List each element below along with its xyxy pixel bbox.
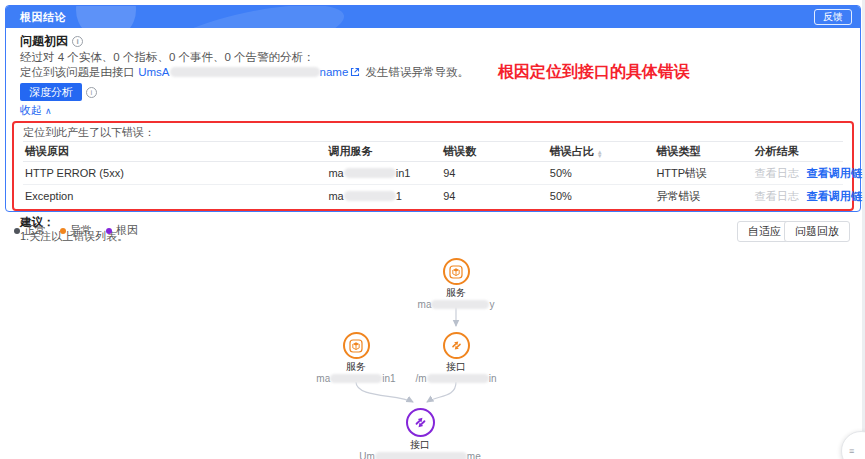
analysis-summary: 经过对 4 个实体、0 个指标、0 个事件、0 个告警的分析： xyxy=(20,51,846,64)
panel-title: 根因结论 xyxy=(20,10,66,25)
info-icon: i xyxy=(86,87,97,98)
cell-service: ma1 xyxy=(326,185,441,208)
view-log-link[interactable]: 查看日志 xyxy=(755,190,799,202)
suggestion-title: 建议： xyxy=(20,215,846,229)
page: 根因结论 反馈 问题初因i 经过对 4 个实体、0 个指标、0 个事件、0 个告… xyxy=(0,0,865,459)
cell-reason: HTTP ERROR (5xx) xyxy=(23,162,326,185)
panel-body: 问题初因i 经过对 4 个实体、0 个指标、0 个事件、0 个告警的分析： 定位… xyxy=(6,28,860,243)
legend-item-normal: 正常 xyxy=(14,223,46,238)
error-table: 错误原因 调用服务 错误数 错误占比▲▼ 错误类型 分析结果 HTTP ERRO… xyxy=(23,141,843,208)
cell-reason: Exception xyxy=(23,185,326,208)
interface-link-suffix: name xyxy=(320,66,349,78)
node-type-label: 服务 xyxy=(346,361,366,372)
col-error-ratio: 错误占比▲▼ xyxy=(548,142,655,162)
deep-analysis-button[interactable]: 深度分析 xyxy=(20,83,82,101)
col-error-reason: 错误原因 xyxy=(23,142,326,162)
col-error-type: 错误类型 xyxy=(654,142,752,162)
table-row: Exception ma1 94 50% 异常错误 查看日志查看调用链 xyxy=(23,185,843,208)
panel-header: 根因结论 反馈 xyxy=(6,6,860,28)
redacted-service-name xyxy=(344,191,396,201)
interface-icon xyxy=(443,332,470,359)
topology-node-service-top[interactable]: 服务 may xyxy=(386,258,526,310)
deep-analysis-row: 深度分析 i xyxy=(20,83,846,101)
table-row: HTTP ERROR (5xx) main1 94 50% HTTP错误 查看日… xyxy=(23,162,843,185)
locate-line: 定位到该问题是由接口 UmsAname 发生错误异常导致。 xyxy=(20,66,846,79)
cell-analysis: 查看日志查看调用链 xyxy=(753,185,843,208)
feedback-button[interactable]: 反馈 xyxy=(814,9,852,25)
node-name: /min xyxy=(416,373,497,384)
locate-suffix: 发生错误异常导致。 xyxy=(362,66,469,78)
section-title: 问题初因 xyxy=(20,34,68,48)
info-icon: i xyxy=(72,36,83,47)
status-legend: 正常 异常 根因 xyxy=(14,223,138,238)
redacted-node-name xyxy=(375,452,467,459)
redacted-service-name xyxy=(344,168,396,178)
view-trace-link[interactable]: 查看调用链 xyxy=(807,167,862,179)
locate-prefix: 定位到该问题是由接口 xyxy=(20,66,138,78)
cell-analysis: 查看日志查看调用链 xyxy=(753,162,843,185)
node-name: Umme xyxy=(359,451,480,459)
redacted-node-name xyxy=(330,374,382,383)
normal-dot-icon xyxy=(14,228,20,234)
external-link-icon xyxy=(350,67,360,77)
node-name: main1 xyxy=(316,373,395,384)
cell-ratio: 50% xyxy=(548,185,655,208)
annotation-text: 根因定位到接口的具体错误 xyxy=(498,62,690,83)
legend-item-abnormal: 异常 xyxy=(60,223,92,238)
problem-replay-button[interactable]: 问题回放 xyxy=(784,221,850,242)
topology-node-interface-root[interactable]: 接口 Umme xyxy=(350,408,490,459)
interface-link[interactable]: UmsAname xyxy=(138,66,362,78)
view-trace-link[interactable]: 查看调用链 xyxy=(807,190,862,202)
rootcause-dot-icon xyxy=(106,228,112,234)
cell-type: HTTP错误 xyxy=(654,162,752,185)
redacted-node-name xyxy=(427,374,489,383)
cell-ratio: 50% xyxy=(548,162,655,185)
cell-count: 94 xyxy=(441,162,548,185)
error-highlight-box: 定位到此产生了以下错误： 错误原因 调用服务 错误数 错误占比▲▼ 错误类型 分… xyxy=(12,121,854,211)
cell-count: 94 xyxy=(441,185,548,208)
service-icon xyxy=(343,332,370,359)
floating-widget-button[interactable]: ≡ xyxy=(841,431,865,459)
chevron-up-icon: ∧ xyxy=(45,106,52,116)
sort-icon[interactable]: ▲▼ xyxy=(597,150,603,158)
root-cause-panel: 根因结论 反馈 问题初因i 经过对 4 个实体、0 个指标、0 个事件、0 个告… xyxy=(5,5,861,212)
col-error-count: 错误数 xyxy=(441,142,548,162)
topology-node-interface-mid[interactable]: 接口 /min xyxy=(386,332,526,384)
legend-item-rootcause: 根因 xyxy=(106,223,138,238)
interface-link-prefix: UmsA xyxy=(138,66,169,78)
header-decor-circle xyxy=(76,6,136,28)
abnormal-dot-icon xyxy=(60,228,66,234)
view-log-link[interactable]: 查看日志 xyxy=(755,167,799,179)
menu-lines-icon: ≡ xyxy=(849,446,854,456)
cell-service: main1 xyxy=(326,162,441,185)
redacted-node-name xyxy=(431,300,489,309)
table-header-row: 错误原因 调用服务 错误数 错误占比▲▼ 错误类型 分析结果 xyxy=(23,142,843,162)
service-icon xyxy=(443,258,470,285)
cell-type: 异常错误 xyxy=(654,185,752,208)
section-problem-cause: 问题初因i xyxy=(20,34,846,49)
node-type-label: 接口 xyxy=(410,439,430,450)
collapse-link[interactable]: 收起 ∧ xyxy=(20,104,846,118)
node-type-label: 服务 xyxy=(446,287,466,298)
node-type-label: 接口 xyxy=(446,361,466,372)
interface-icon xyxy=(406,408,435,437)
node-name: may xyxy=(418,299,495,310)
col-analysis-result: 分析结果 xyxy=(753,142,843,162)
header-decor-blob xyxy=(153,6,348,28)
redacted-interface-name xyxy=(170,67,320,77)
suggestion-item: 1.关注以上错误列表。 xyxy=(20,230,846,243)
errors-intro: 定位到此产生了以下错误： xyxy=(23,125,843,139)
col-call-service: 调用服务 xyxy=(326,142,441,162)
